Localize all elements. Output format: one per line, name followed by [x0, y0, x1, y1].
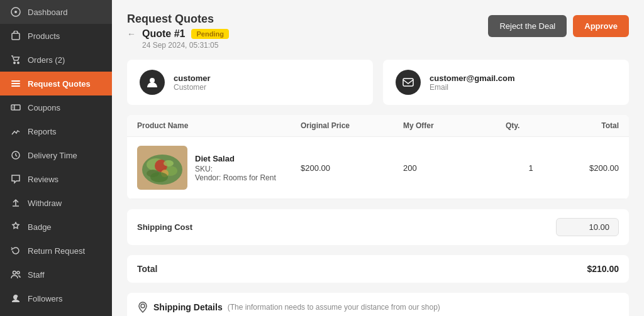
sidebar-item-withdraw[interactable]: Withdraw	[0, 191, 112, 215]
col-total-header: Total	[556, 121, 619, 130]
customer-info: customer Customer	[174, 74, 211, 92]
quantity: 1	[506, 163, 556, 173]
svg-rect-5	[11, 80, 20, 82]
quote-date: 24 Sep 2024, 05:31:05	[142, 41, 229, 50]
shipping-details-title: Shipping Details	[153, 302, 223, 312]
svg-point-12	[17, 271, 19, 274]
reports-icon	[10, 126, 21, 137]
quote-meta: ← Quote #1 Pending	[127, 28, 229, 40]
shipping-details-note: (The information needs to assume your di…	[228, 303, 440, 312]
svg-point-1	[14, 11, 17, 13]
row-total: $200.00	[556, 163, 619, 173]
total-label: Total	[137, 264, 157, 274]
delivery-time-icon	[10, 150, 21, 161]
customer-avatar	[140, 70, 165, 95]
sidebar-item-badge[interactable]: Badge	[0, 215, 112, 239]
email-avatar	[396, 70, 421, 95]
sidebar-item-coupons[interactable]: Coupons	[0, 95, 112, 119]
svg-rect-6	[11, 83, 20, 84]
info-cards: customer Customer customer@gmail.com Ema…	[127, 60, 629, 105]
product-sku: SKU:	[195, 165, 276, 173]
shipping-cost-label: Shipping Cost	[137, 222, 192, 232]
svg-point-26	[150, 172, 168, 182]
col-qty-header: Qty.	[506, 121, 556, 130]
sidebar-item-delivery-time[interactable]: Delivery Time	[0, 143, 112, 167]
svg-rect-2	[12, 33, 19, 40]
reject-button[interactable]: Reject the Deal	[488, 15, 567, 37]
followers-icon	[10, 293, 21, 304]
sidebar: Dashboard Products Orders (2) Request Qu…	[0, 0, 112, 316]
customer-role: Customer	[174, 83, 211, 92]
withdraw-icon	[10, 197, 21, 209]
product-details: Diet Salad SKU: Vendor: Rooms for Rent	[195, 154, 276, 182]
email-address: customer@gmail.com	[430, 74, 515, 83]
request-quotes-icon	[10, 78, 21, 89]
orders-icon	[10, 54, 21, 65]
sidebar-item-return-request[interactable]: Return Request	[0, 239, 112, 263]
header-actions: Reject the Deal Approve	[488, 15, 629, 37]
my-offer: 200	[403, 163, 506, 173]
approve-button[interactable]: Approve	[573, 15, 629, 37]
svg-rect-7	[11, 85, 20, 87]
staff-icon	[10, 269, 21, 280]
customer-card: customer Customer	[127, 60, 373, 105]
status-badge: Pending	[191, 29, 228, 39]
table-row: Diet Salad SKU: Vendor: Rooms for Rent $…	[127, 137, 629, 199]
shipping-cost-row: Shipping Cost 10.00	[127, 209, 629, 245]
email-card: customer@gmail.com Email	[383, 60, 629, 105]
table-header: Product Name Original Price My Offer Qty…	[127, 115, 629, 137]
products-icon	[10, 30, 21, 41]
product-name: Diet Salad	[195, 154, 276, 163]
email-label: Email	[430, 83, 515, 92]
svg-point-3	[14, 62, 15, 63]
original-price: $200.00	[301, 163, 403, 173]
svg-point-4	[18, 62, 19, 63]
shipping-details-header: Shipping Details (The information needs …	[137, 302, 619, 313]
dashboard-icon	[10, 6, 21, 18]
products-table: Product Name Original Price My Offer Qty…	[127, 115, 629, 199]
coupons-icon	[10, 102, 21, 113]
sidebar-item-announcements[interactable]: Announcements	[0, 310, 112, 316]
reviews-icon	[10, 173, 21, 185]
total-row: Total $210.00	[127, 255, 629, 283]
main-content: Request Quotes ← Quote #1 Pending 24 Sep…	[112, 0, 644, 316]
svg-rect-17	[403, 79, 413, 86]
sidebar-item-reports[interactable]: Reports	[0, 119, 112, 143]
return-request-icon	[10, 245, 21, 256]
sidebar-item-request-quotes[interactable]: Request Quotes	[0, 72, 112, 95]
product-vendor: Vendor: Rooms for Rent	[195, 173, 276, 182]
col-offer-header: My Offer	[403, 121, 506, 130]
customer-name: customer	[174, 74, 211, 83]
svg-point-24	[164, 160, 174, 166]
header-left: Request Quotes ← Quote #1 Pending 24 Sep…	[127, 13, 229, 50]
product-cell: Diet Salad SKU: Vendor: Rooms for Rent	[137, 146, 301, 190]
badge-icon	[10, 221, 21, 232]
location-icon	[137, 302, 148, 313]
svg-rect-8	[11, 105, 20, 110]
sidebar-item-followers[interactable]: Followers	[0, 286, 112, 310]
svg-point-27	[141, 304, 145, 308]
sidebar-item-staff[interactable]: Staff	[0, 263, 112, 286]
quote-id: Quote #1	[142, 28, 185, 40]
page-header: Request Quotes ← Quote #1 Pending 24 Sep…	[127, 13, 629, 50]
sidebar-item-products[interactable]: Products	[0, 24, 112, 48]
product-image	[137, 146, 187, 190]
sidebar-item-dashboard[interactable]: Dashboard	[0, 0, 112, 24]
col-product-header: Product Name	[137, 121, 301, 130]
svg-point-16	[150, 78, 155, 83]
back-button[interactable]: ←	[127, 29, 136, 39]
sidebar-item-reviews[interactable]: Reviews	[0, 167, 112, 191]
shipping-cost-value: 10.00	[556, 218, 619, 236]
col-price-header: Original Price	[301, 121, 403, 130]
total-value: $210.00	[587, 264, 619, 274]
email-info: customer@gmail.com Email	[430, 74, 515, 92]
sidebar-item-orders[interactable]: Orders (2)	[0, 48, 112, 72]
shipping-details-card: Shipping Details (The information needs …	[127, 293, 629, 316]
page-title: Request Quotes	[127, 13, 229, 26]
svg-point-11	[13, 271, 16, 275]
